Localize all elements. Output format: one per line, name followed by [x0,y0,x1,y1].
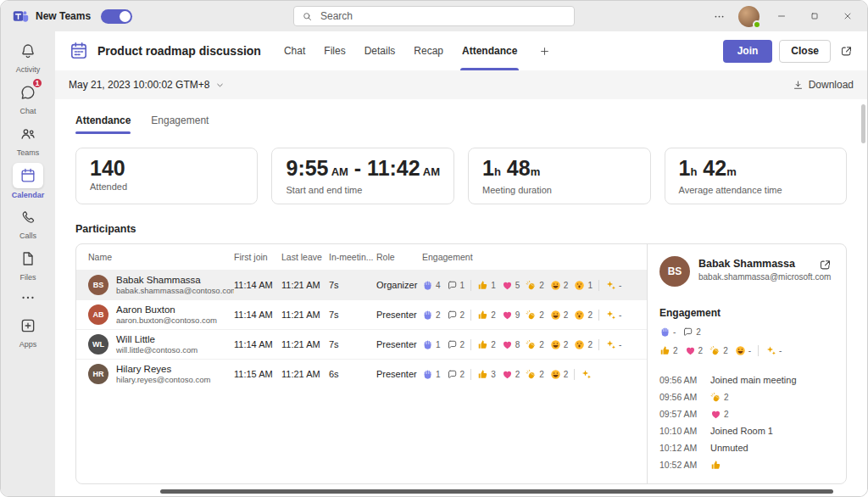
sidebar-item-calls[interactable]: Calls [1,202,55,243]
like-reaction: 2 [659,345,678,356]
sidebar-item-activity[interactable]: Activity [1,36,55,77]
like-reaction: 2 [477,310,496,321]
sidebar-item-label: Teams [17,148,40,157]
reaction-count: - [619,310,621,320]
table-row[interactable]: WLWill Littlewill.little@contoso.com11:1… [76,329,647,359]
close-button[interactable]: Close [779,40,831,63]
engagement-cell: 2229222- [422,310,647,321]
sidebar-item-files[interactable]: Files [1,243,55,285]
timeline-time: 09:56 AM [659,392,702,402]
timeline-time: 10:12 AM [659,443,702,453]
tab-files[interactable]: Files [314,31,354,70]
vertical-scrollbar[interactable] [861,104,865,143]
reaction-count: 2 [564,310,569,320]
download-button[interactable]: Download [793,79,854,91]
stat-value: 140 [90,155,243,181]
sidebar-item-chat[interactable]: 1Chat [1,77,55,119]
reaction-count: 2 [539,340,544,349]
hand-icon [659,327,670,338]
stat-label: Average attendance time [679,185,832,195]
hand-reaction: 2 [422,310,441,321]
report-tab-attendance[interactable]: Attendance [75,111,131,134]
participants-table: NameFirst joinLast leaveIn-meetin...Role… [76,244,647,483]
clap-reaction: 2 [709,345,728,356]
search-input[interactable] [319,9,566,23]
sidebar-item-teams[interactable]: Teams [1,119,55,160]
titlebar: New Teams [1,1,867,31]
tab-chat[interactable]: Chat [275,31,314,70]
chat-reaction: 2 [447,339,465,350]
column-header: Role [376,252,422,262]
participants-panel: NameFirst joinLast leaveIn-meetin...Role… [75,243,847,484]
reaction-count: 8 [515,340,520,349]
reaction-count: 2 [564,340,569,349]
report-tab-engagement[interactable]: Engagement [151,111,209,134]
tab-recap[interactable]: Recap [404,31,453,70]
laugh-icon [550,369,561,380]
chat-icon [447,369,458,380]
participant-name-cell: BSBabak Shammassababak.shammassa@contoso… [76,275,234,295]
add-tab-button[interactable] [535,46,554,57]
maximize-button[interactable] [804,8,826,24]
new-teams-toggle[interactable] [101,9,132,24]
minimize-button[interactable] [771,8,793,24]
reaction-count: 2 [698,346,704,355]
more-options-icon[interactable] [711,8,727,25]
engagement-divider [470,339,471,350]
popout-meeting-icon[interactable] [837,42,855,60]
hand-reaction: 1 [422,369,441,380]
last-leave-cell: 11:21 AM [281,339,329,349]
table-row[interactable]: HRHilary Reyeshilary.reyes@contoso.com11… [76,359,647,388]
clap-reaction: 2 [710,392,729,403]
heart-reaction: 5 [502,280,520,291]
sidebar-item-label: Calls [19,232,36,240]
detail-popout-icon[interactable] [816,256,834,287]
heart-icon [502,280,513,291]
role-cell: Presenter [376,369,422,379]
reaction-count: 5 [515,281,520,290]
window-close-button[interactable] [837,8,859,24]
tab-attendance[interactable]: Attendance [453,31,526,70]
meeting-date-selector[interactable]: May 21, 2023 10:00:02 GTM+8 [69,79,225,91]
clap-icon [526,339,537,350]
detail-engagement-row: -2 [659,327,834,338]
join-button[interactable]: Join [723,40,773,63]
phone-icon [13,206,43,229]
stat-value: 1h 48m [482,155,636,185]
unread-badge: 1 [31,77,43,89]
detail-engagement-title: Engagement [659,307,834,319]
detail-engagement-summary: -2222-- [659,327,834,356]
sidebar-item-more[interactable] [1,285,55,310]
participant-name-block: Will Littlewill.little@contoso.com [116,334,198,355]
sidebar-item-label: Chat [19,107,36,115]
sidebar-item-calendar[interactable]: Calendar [1,160,55,202]
engagement-divider [470,369,471,380]
column-header: First join [234,252,281,262]
reaction-count: 1 [436,370,441,379]
sidebar-item-label: Files [19,273,36,282]
column-header: In-meetin... [329,252,376,262]
sidebar-item-apps[interactable]: Apps [1,310,55,352]
download-icon [793,80,804,91]
participant-name-cell: WLWill Littlewill.little@contoso.com [76,334,234,355]
app-name-label: New Teams [36,10,91,22]
user-avatar[interactable] [738,6,760,27]
meeting-date-bar: May 21, 2023 10:00:02 GTM+8 Download [55,70,867,99]
first-join-cell: 11:14 AM [234,280,281,290]
clap-reaction: 2 [526,310,544,321]
tab-details[interactable]: Details [355,31,405,70]
table-row[interactable]: BSBabak Shammassababak.shammassa@contoso… [76,270,647,299]
horizontal-scrollbar[interactable] [160,489,833,494]
like-reaction: 2 [477,339,496,350]
header-actions: Join Close [723,40,855,63]
reaction-count: 9 [515,310,520,320]
role-cell: Presenter [376,339,422,349]
stat-card-3: 1h 42mAverage attendance time [665,148,847,204]
participant-name: Babak Shammassa [116,275,234,286]
engagement-cell: 4115221- [422,280,647,291]
titlebar-left: New Teams [1,8,132,25]
table-row[interactable]: ABAaron Buxtonaaron.buxton@contoso.com11… [76,299,647,329]
search-box[interactable] [293,6,575,26]
laugh-icon [735,345,746,356]
surprised-reaction: 2 [574,310,593,321]
